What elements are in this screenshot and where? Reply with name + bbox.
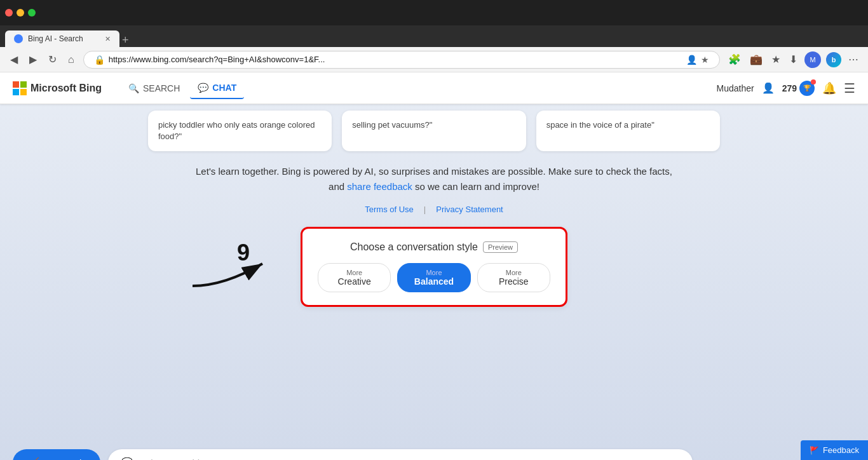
user-profile-icon[interactable]: 👤 xyxy=(762,82,775,94)
creative-more-label: More xyxy=(326,269,383,276)
tab-favicon xyxy=(14,34,23,43)
page-content: Microsoft Bing 🔍 SEARCH 💬 CHAT Mudather … xyxy=(0,72,868,460)
user-name-display: Mudather xyxy=(716,83,754,93)
bing-logo: Microsoft Bing xyxy=(13,81,102,95)
points-badge: 279 🏆 xyxy=(782,81,815,96)
address-input-bar[interactable]: 🔒 https://www.bing.com/search?q=Bing+AI&… xyxy=(83,51,720,69)
rewards-icon[interactable]: 🏆 xyxy=(799,81,815,96)
browser-chrome xyxy=(0,0,868,25)
close-window-btn[interactable] xyxy=(5,9,13,17)
suggestion-card-1-text: picky toddler who only eats orange color… xyxy=(158,120,315,141)
tab-close-btn[interactable]: ✕ xyxy=(105,35,111,43)
main-content: picky toddler who only eats orange color… xyxy=(0,104,868,440)
collections-icon[interactable]: 💼 xyxy=(748,51,764,67)
feedback-btn[interactable]: 🚩 Feedback xyxy=(801,440,868,460)
rewards-notification-dot xyxy=(811,79,816,85)
links-row: Terms of Use | Privacy Statement xyxy=(365,205,503,214)
maximize-window-btn[interactable] xyxy=(28,9,36,17)
info-text-block: Let's learn together. Bing is powered by… xyxy=(193,164,675,194)
url-display: https://www.bing.com/search?q=Bing+AI&sh… xyxy=(109,55,682,64)
bing-logo-text: Microsoft Bing xyxy=(31,83,102,94)
forward-btn[interactable]: ▶ xyxy=(27,51,39,68)
logo-yellow xyxy=(20,89,27,95)
suggestion-cards-row: picky toddler who only eats orange color… xyxy=(148,111,720,151)
suggestion-card-1[interactable]: picky toddler who only eats orange color… xyxy=(148,111,332,151)
toolbar-icons: 🧩 💼 ★ ⬇ M b ⋯ xyxy=(726,51,860,68)
suggestion-card-3-text: space in the voice of a pirate" xyxy=(546,120,654,130)
minimize-window-btn[interactable] xyxy=(17,9,24,17)
star-icon[interactable]: ★ xyxy=(701,55,709,65)
active-tab[interactable]: Bing AI - Search ✕ xyxy=(5,30,119,47)
feedback-flag-icon: 🚩 xyxy=(810,446,819,455)
broom-icon: 🧹 xyxy=(27,457,39,460)
refresh-btn[interactable]: ↻ xyxy=(46,51,59,68)
new-topic-btn[interactable]: 🧹 New topic xyxy=(13,449,100,460)
arrow-annotation xyxy=(186,254,269,295)
conversation-style-wrapper: 9 Choose a conversation style Preview xyxy=(275,227,593,307)
links-separator: | xyxy=(424,205,426,214)
creative-label: Creative xyxy=(326,276,383,287)
address-bar: ◀ ▶ ↻ ⌂ 🔒 https://www.bing.com/search?q=… xyxy=(0,47,868,72)
hamburger-menu-icon[interactable]: ☰ xyxy=(844,81,855,96)
chat-nav-icon: 💬 xyxy=(198,83,208,93)
chat-nav-item[interactable]: 💬 CHAT xyxy=(190,78,244,99)
chat-input-icon: 💬 xyxy=(121,457,133,460)
terms-of-use-link[interactable]: Terms of Use xyxy=(365,205,414,214)
info-text-part2-text: so we can learn and improve! xyxy=(415,181,539,192)
feedback-btn-label: Feedback xyxy=(823,445,859,455)
notifications-icon[interactable]: 🔔 xyxy=(822,81,836,95)
chat-input-placeholder: Ask me anything... xyxy=(140,457,218,460)
home-btn[interactable]: ⌂ xyxy=(65,51,77,68)
creative-style-btn[interactable]: More Creative xyxy=(318,263,391,292)
tab-bar: Bing AI - Search ✕ + xyxy=(0,25,868,47)
precise-more-label: More xyxy=(485,269,542,276)
logo-blue xyxy=(13,89,19,95)
more-options-btn[interactable]: ⋯ xyxy=(846,51,860,67)
browser-controls xyxy=(5,9,36,17)
precise-style-btn[interactable]: More Precise xyxy=(477,263,550,292)
search-nav-icon: 🔍 xyxy=(128,83,139,93)
tab-title: Bing AI - Search xyxy=(28,34,83,43)
chat-input-bar[interactable]: 💬 Ask me anything... xyxy=(108,449,693,460)
style-title-text: Choose a conversation style xyxy=(350,241,478,253)
balanced-more-label: More xyxy=(405,269,462,276)
suggestion-card-3[interactable]: space in the voice of a pirate" xyxy=(536,111,720,151)
new-tab-btn[interactable]: + xyxy=(122,34,129,47)
back-btn[interactable]: ◀ xyxy=(8,51,20,68)
conversation-style-box: Choose a conversation style Preview More… xyxy=(301,227,567,307)
logo-green xyxy=(20,81,27,88)
chat-nav-label: CHAT xyxy=(212,83,236,93)
suggestion-card-2[interactable]: selling pet vacuums?" xyxy=(342,111,526,151)
downloads-icon[interactable]: ⬇ xyxy=(787,51,799,67)
style-buttons-group: More Creative More Balanced More Precise xyxy=(318,263,550,292)
privacy-statement-link[interactable]: Privacy Statement xyxy=(436,205,503,214)
points-count: 279 xyxy=(782,83,797,93)
bottom-bar: 🧹 New topic 💬 Ask me anything... xyxy=(0,440,868,460)
bing-header: Microsoft Bing 🔍 SEARCH 💬 CHAT Mudather … xyxy=(0,72,868,104)
nav-items: 🔍 SEARCH 💬 CHAT xyxy=(121,78,244,99)
share-feedback-link[interactable]: share feedback xyxy=(347,181,412,192)
search-nav-item[interactable]: 🔍 SEARCH xyxy=(121,78,187,98)
address-icons: 👤 ★ xyxy=(686,55,709,65)
microsoft-logo-icon xyxy=(13,81,27,95)
style-title: Choose a conversation style Preview xyxy=(318,241,550,253)
user-avatar[interactable]: M xyxy=(804,51,821,68)
new-topic-label: New topic xyxy=(44,457,86,460)
balanced-style-btn[interactable]: More Balanced xyxy=(397,263,470,292)
header-right: Mudather 👤 279 🏆 🔔 ☰ xyxy=(716,81,855,96)
favorites-icon[interactable]: ★ xyxy=(770,51,782,67)
suggestion-card-2-text: selling pet vacuums?" xyxy=(352,120,432,130)
user-icon: 👤 xyxy=(686,55,697,65)
precise-label: Precise xyxy=(485,276,542,287)
search-nav-label: SEARCH xyxy=(143,83,180,93)
balanced-label: Balanced xyxy=(405,276,462,287)
edge-copilot-icon[interactable]: b xyxy=(826,52,841,67)
extensions-icon[interactable]: 🧩 xyxy=(726,51,743,67)
arrow-icon xyxy=(186,254,269,292)
preview-badge: Preview xyxy=(483,241,518,253)
logo-red xyxy=(13,81,19,88)
